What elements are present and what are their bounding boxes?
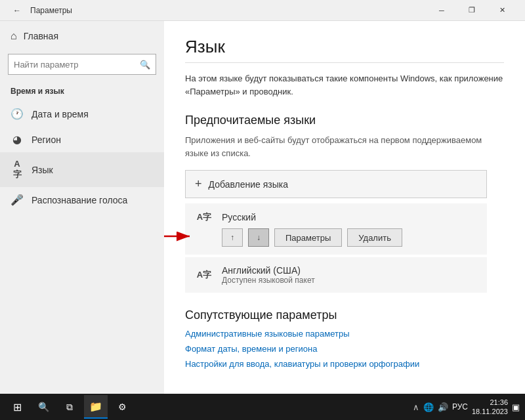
lang-controls-russian: ↑ ↓ Параметры У — [194, 228, 478, 247]
settings-taskbar[interactable]: ⚙ — [110, 395, 134, 419]
language-item-russian: A字 Русский ↑ ↓ — [185, 203, 487, 255]
lang-info-english: Английский (США) Доступен языковой пакет — [222, 265, 315, 285]
sidebar-home-button[interactable]: ⌂ Главная — [0, 21, 164, 51]
sidebar-item-datetime[interactable]: 🕐 Дата и время — [0, 101, 164, 127]
page-description: На этом языке будут показываться такие к… — [185, 72, 504, 98]
clock-icon: 🕐 — [10, 108, 24, 120]
lang-item-header-english: A字 Английский (США) Доступен языковой па… — [194, 265, 478, 285]
minimize-button[interactable]: ─ — [427, 0, 457, 21]
system-tray: ∧ 🌐 🔊 РУС 21:36 18.11.2023 ▣ — [413, 398, 520, 417]
tray-chevron-icon[interactable]: ∧ — [413, 402, 419, 412]
search-icon: 🔍 — [140, 60, 150, 70]
tray-date-value: 18.11.2023 — [472, 407, 508, 416]
notification-icon[interactable]: ▣ — [512, 402, 520, 412]
search-box[interactable]: 🔍 — [8, 54, 156, 75]
sidebar-item-language[interactable]: A字 Язык — [0, 152, 164, 187]
related-section-title: Сопутствующие параметры — [185, 308, 504, 322]
add-lang-label: Добавление языка — [209, 179, 289, 190]
lang-icon-russian: A字 — [194, 211, 214, 223]
search-input[interactable] — [14, 60, 140, 70]
lang-name-english: Английский (США) — [222, 265, 315, 276]
preferred-description: Приложения и веб-сайты будут отображатьс… — [185, 134, 504, 159]
tray-clock: 21:36 18.11.2023 — [472, 398, 508, 417]
lang-icon-english: A字 — [194, 269, 214, 281]
settings-taskbar-icon: ⚙ — [118, 402, 127, 412]
lang-item-header-russian: A字 Русский — [194, 211, 478, 223]
lang-sub-english: Доступен языковой пакет — [222, 276, 315, 285]
titlebar: ← Параметры ─ ❐ ✕ — [0, 0, 525, 21]
main-area: ⌂ Главная 🔍 Время и язык 🕐 Дата и время … — [0, 21, 525, 394]
network-icon[interactable]: 🌐 — [423, 402, 434, 412]
task-view-icon: ⧉ — [66, 402, 73, 413]
sidebar-speech-label: Распознавание голоса — [32, 195, 127, 205]
language-item-english: A字 Английский (США) Доступен языковой па… — [185, 257, 487, 293]
window-controls: ─ ❐ ✕ — [427, 0, 517, 21]
settings-button[interactable]: Параметры — [274, 228, 342, 247]
window-title: Параметры — [30, 6, 72, 15]
preferred-section-title: Предпочитаемые языки — [185, 114, 504, 127]
language-icon: A字 — [10, 159, 24, 180]
search-taskbar-icon: 🔍 — [38, 402, 49, 412]
down-arrow-icon: ↓ — [257, 233, 261, 242]
home-icon: ⌂ — [10, 30, 17, 42]
remove-button[interactable]: Удалить — [347, 228, 402, 247]
sidebar-region-label: Регион — [32, 135, 61, 145]
settings-label: Параметры — [285, 233, 331, 243]
task-view-button[interactable]: ⧉ — [58, 395, 81, 419]
remove-label: Удалить — [358, 233, 391, 243]
lang-name-russian: Русский — [222, 212, 256, 222]
tray-time-value: 21:36 — [472, 398, 508, 407]
back-button[interactable]: ← — [8, 1, 26, 20]
plus-icon: + — [195, 177, 202, 191]
annotation-arrow — [164, 223, 198, 249]
tray-lang[interactable]: РУС — [452, 402, 468, 411]
title-divider — [185, 62, 504, 63]
content-area: Язык На этом языке будут показываться та… — [164, 21, 525, 394]
related-link-input[interactable]: Настройки для ввода, клавиатуры и провер… — [185, 359, 504, 369]
sidebar-language-label: Язык — [32, 165, 53, 175]
volume-icon[interactable]: 🔊 — [438, 402, 448, 412]
related-link-datetime[interactable]: Формат даты, времени и региона — [185, 344, 504, 354]
start-icon: ⊞ — [13, 401, 22, 413]
sidebar: ⌂ Главная 🔍 Время и язык 🕐 Дата и время … — [0, 21, 164, 394]
start-button[interactable]: ⊞ — [5, 395, 29, 419]
move-down-button[interactable]: ↓ — [248, 228, 269, 247]
sidebar-section-title: Время и язык — [0, 83, 164, 101]
sidebar-item-speech[interactable]: 🎤 Распознавание голоса — [0, 187, 164, 213]
file-explorer-icon: 📁 — [89, 400, 102, 413]
restore-button[interactable]: ❐ — [457, 0, 487, 21]
page-title: Язык — [185, 37, 504, 57]
region-icon: ◕ — [10, 133, 24, 146]
file-explorer-taskbar[interactable]: 📁 — [84, 395, 108, 419]
up-arrow-icon: ↑ — [230, 233, 234, 242]
search-taskbar-button[interactable]: 🔍 — [32, 395, 55, 419]
taskbar: ⊞ 🔍 ⧉ 📁 ⚙ ∧ 🌐 🔊 РУС 21:36 18.11.2023 ▣ — [0, 394, 525, 420]
close-button[interactable]: ✕ — [487, 0, 517, 21]
sidebar-datetime-label: Дата и время — [32, 109, 89, 119]
add-language-button[interactable]: + Добавление языка — [185, 170, 487, 198]
related-link-admin[interactable]: Административные языковые параметры — [185, 329, 504, 339]
microphone-icon: 🎤 — [10, 194, 24, 206]
move-up-button[interactable]: ↑ — [222, 228, 243, 247]
sidebar-item-region[interactable]: ◕ Регион — [0, 127, 164, 152]
home-label: Главная — [24, 31, 58, 41]
